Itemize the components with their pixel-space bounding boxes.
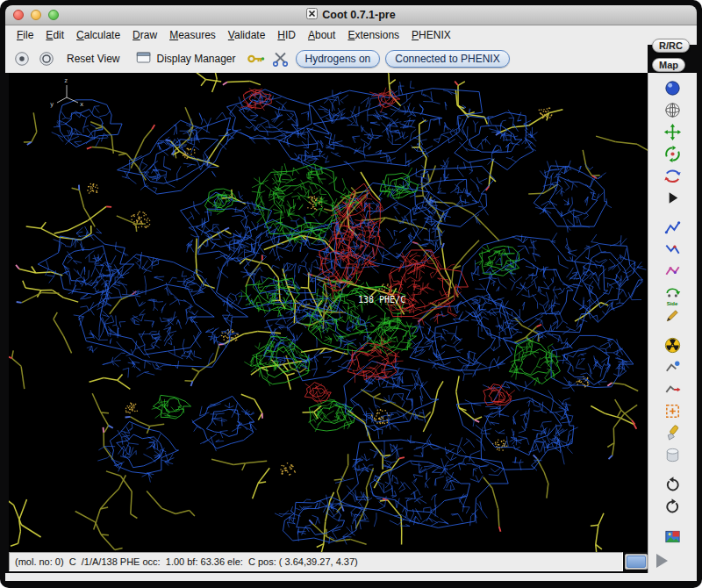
bond-zigzag-blue-icon[interactable]: [661, 217, 684, 239]
display-manager-button[interactable]: Display Manager: [130, 47, 240, 71]
cylinder-icon[interactable]: [661, 444, 684, 466]
display-manager-icon: [135, 49, 153, 69]
move-arrows-icon[interactable]: [661, 121, 684, 143]
status-bar: (mol. no: 0) C /1/A/138 PHE occ: 1.00 bf…: [9, 552, 623, 571]
bond-arrow-icon[interactable]: [661, 378, 684, 400]
scrollbar-thumb[interactable]: [627, 556, 646, 568]
menu-hid[interactable]: HID: [271, 26, 302, 44]
undo-icon[interactable]: [661, 474, 684, 496]
molecular-scene: zxy138 PHE/C: [9, 73, 648, 552]
refine-sphere-icon[interactable]: [661, 77, 684, 99]
x11-icon: [306, 8, 318, 22]
rotate-zone-icon[interactable]: [661, 143, 684, 165]
molecule-viewport[interactable]: zxy138 PHE/C: [9, 73, 648, 552]
map-button[interactable]: Map: [652, 58, 685, 72]
picture-icon[interactable]: [661, 526, 684, 548]
bond-zigzag-blue2-icon[interactable]: [661, 239, 684, 261]
display-manager-label: Display Manager: [156, 53, 235, 65]
target-icon[interactable]: [12, 49, 32, 68]
menu-file[interactable]: File: [11, 26, 39, 44]
bond-zigzag-pink-icon[interactable]: [661, 261, 684, 283]
side-chain-flip-icon[interactable]: Side: [661, 283, 684, 305]
window-title: Coot 0.7.1-pre: [322, 9, 395, 21]
menu-validate[interactable]: Validate: [222, 26, 272, 44]
hydrogens-toggle-button[interactable]: Hydrogens on: [296, 50, 381, 68]
maximize-button[interactable]: [48, 10, 59, 20]
axis-x-label: x: [80, 101, 83, 108]
reset-view-button[interactable]: Reset View: [61, 51, 125, 67]
orbit-icon[interactable]: [37, 49, 56, 68]
traffic-lights: [13, 10, 59, 20]
reset-view-label: Reset View: [67, 53, 119, 65]
minimize-button[interactable]: [31, 10, 41, 20]
menu-about[interactable]: About: [302, 26, 341, 44]
alt-conf-plus-icon[interactable]: [661, 400, 684, 422]
bond-hydrogen-icon[interactable]: [661, 356, 684, 378]
menu-edit[interactable]: Edit: [39, 26, 70, 44]
residue-label: 138 PHE/C: [358, 295, 405, 305]
axis-y-label: y: [50, 101, 54, 108]
radiation-icon[interactable]: [661, 334, 684, 356]
close-button[interactable]: [13, 10, 24, 20]
menu-phenix[interactable]: PHENIX: [405, 26, 457, 44]
coot-window: Coot 0.7.1-pre File Edit Calculate Draw …: [0, 0, 702, 588]
status-text: (mol. no: 0) C /1/A/138 PHE occ: 1.00 bf…: [15, 556, 358, 567]
bottom-strip: [5, 573, 697, 581]
horizontal-scrollbar[interactable]: [625, 554, 648, 570]
menubar: File Edit Calculate Draw Measures Valida…: [5, 25, 697, 45]
phenix-connection-button[interactable]: Connected to PHENIX: [385, 50, 509, 68]
menu-extensions[interactable]: Extensions: [341, 26, 405, 44]
redo-icon[interactable]: [661, 496, 684, 518]
pencil-bond-icon[interactable]: [661, 305, 684, 326]
chisel-icon[interactable]: [661, 422, 684, 444]
menu-draw[interactable]: Draw: [126, 26, 163, 44]
axis-z-label: z: [64, 77, 68, 84]
window-title-area: Coot 0.7.1-pre: [5, 5, 697, 25]
titlebar[interactable]: Coot 0.7.1-pre: [5, 5, 697, 25]
wire-globe-icon[interactable]: [661, 99, 684, 121]
auto-fit-rotamer-icon[interactable]: [661, 165, 684, 187]
rrc-button[interactable]: R/RC: [652, 39, 690, 53]
menu-calculate[interactable]: Calculate: [70, 26, 126, 44]
play-triangle-icon[interactable]: [661, 187, 684, 209]
key-icon[interactable]: [247, 49, 266, 68]
menu-measures[interactable]: Measures: [163, 26, 222, 44]
toolbar-overflow-arrow[interactable]: [656, 554, 668, 568]
modeling-toolbar: Side: [650, 77, 694, 551]
scissors-icon[interactable]: [271, 49, 290, 68]
main-toolbar: Reset View Display Manager Hydrogens on …: [5, 45, 648, 73]
